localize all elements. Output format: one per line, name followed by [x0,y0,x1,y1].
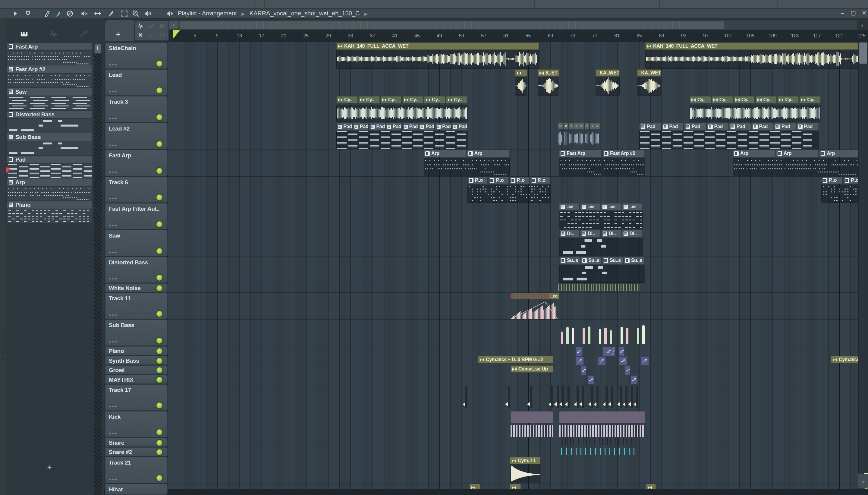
playback-tool-icon[interactable] [144,10,152,17]
track-header-distorted-bass[interactable]: Distorted Bass [105,257,168,283]
audio-clip-header[interactable]: Cy.. [777,96,799,103]
track-mute-led[interactable] [156,60,163,67]
track-options-dots[interactable] [109,278,117,279]
snap-magnet-icon[interactable] [24,10,32,17]
track-options-dots[interactable] [109,145,117,146]
automation-link-clip[interactable] [588,375,594,385]
maximize-button[interactable]: ▢ [848,9,858,17]
pattern-clip-header[interactable]: Pad [369,123,385,130]
minimize-button[interactable]: – [837,9,848,17]
pattern-clip-header[interactable]: ..w [601,203,622,210]
pattern-clip-header[interactable]: Di.. [580,230,601,237]
automation-link-clip[interactable] [603,347,615,356]
reversed-hit[interactable] [631,386,633,408]
reversed-hit[interactable] [606,386,608,408]
track-options-dots[interactable] [109,225,117,226]
pattern-clip-header[interactable]: Pad [729,123,751,130]
audio-clip-group[interactable]: Cy..Cy..Cy..Cy..Cy..Cy.. [336,96,468,122]
track-header-lead-2[interactable]: Lead #2 [105,123,168,149]
track-header-track-17[interactable]: Track 17 [105,385,168,411]
pattern-clip-header[interactable]: ..w [559,203,579,210]
slice-tool-icon[interactable] [107,10,115,17]
add-pattern-button[interactable]: + [44,463,55,472]
pattern-clip-header[interactable]: Pad [386,123,402,130]
dark-tick-row[interactable] [560,438,639,445]
reversed-hit[interactable] [611,386,613,408]
automation-link-clip[interactable] [640,356,649,365]
close-button[interactable]: ✕ [859,9,868,17]
pattern-panel-tab-automation[interactable] [76,29,90,39]
automation-link-clip[interactable] [625,366,630,375]
pattern-list-scrollbar[interactable] [94,43,102,495]
playlist-tool-curve-icon[interactable] [147,31,156,39]
audio-slice[interactable]: ⌲ [574,123,579,149]
pattern-clip-header[interactable]: Pad [353,123,369,130]
track-header-track-11[interactable]: Track 11 [105,293,168,319]
audio-hit[interactable] [561,331,563,344]
pattern-clip-header[interactable]: P..o [530,177,550,184]
track-header-synth-bass[interactable]: Synth Bass [105,356,168,365]
reversed-hit[interactable] [582,386,584,408]
pattern-clip-header[interactable]: Pad [435,123,451,130]
kick-audio-clip[interactable] [510,411,553,438]
vertical-scrollbar[interactable] [858,42,868,473]
track-mute-led[interactable] [156,140,163,148]
cymbal-audio-clip[interactable]: Cym..t 1 [510,457,540,483]
delete-tool-icon[interactable] [66,10,74,17]
track-header-growl[interactable]: Growl [105,365,168,374]
pattern-item-arp[interactable]: Arp [7,178,92,186]
chopped-audio-clip[interactable]: ⌲✕⌲⌲⌲⌲⌲⌲ [558,123,601,149]
pattern-item-sub-bass[interactable]: Sub Bass [7,133,92,141]
pattern-item-saw[interactable]: Saw [7,88,92,96]
pattern-clip-header[interactable]: Arp [819,150,862,157]
pattern-clip-group[interactable]: P..oP..oP..oP..o [467,177,551,203]
track-mute-led[interactable] [156,448,163,456]
track-mute-led[interactable] [156,274,163,281]
pattern-clip-header[interactable]: P..o [821,177,843,184]
track-mute-led[interactable] [156,114,163,121]
pattern-clip[interactable]: Fast Arp #2 [603,150,645,176]
paint-tool-icon[interactable] [54,10,62,17]
pattern-panel-tab-patterns[interactable] [17,29,31,39]
pattern-clip-header[interactable]: Pad [662,123,684,130]
pattern-clip-group[interactable]: Di..Di..Di..Di.. [559,230,643,256]
pattern-clip-header[interactable]: Su..s [624,257,644,264]
playlist-tool-piano-icon[interactable] [158,22,167,30]
pattern-clip-header[interactable]: Pad [752,123,774,130]
track-header-hihat[interactable]: Hihat [105,484,168,495]
track-mute-led[interactable] [156,439,163,446]
audio-clip-header[interactable]: Cy.. [402,96,424,103]
audio-hit[interactable] [583,328,585,344]
playlist-add-icon[interactable] [114,30,123,39]
audio-clip[interactable]: Cymatics – D..0 BPM G #2 [478,356,553,364]
audio-slice[interactable]: ⌲ [558,123,563,149]
pattern-clip-group[interactable]: ArpArp [424,150,510,176]
pattern-panel-tab-audio[interactable] [47,29,60,39]
pattern-clip-header[interactable]: Di.. [622,230,642,237]
audio-hit[interactable] [588,326,590,344]
track-options-dots[interactable] [109,433,117,434]
audio-clip[interactable] [515,69,527,96]
pattern-clip-header[interactable]: Pad [419,123,435,130]
track-mute-led[interactable] [156,366,163,374]
pattern-clip-header[interactable]: Arp [467,150,509,157]
audio-hit[interactable] [621,327,623,344]
mute-tool-icon[interactable] [81,10,88,17]
track-options-dots[interactable] [109,479,117,480]
audio-clip-header[interactable]: Cy.. [690,96,711,103]
reversed-hit[interactable] [636,386,638,408]
pattern-item-distorted-bass[interactable]: Distorted Bass [7,110,92,118]
reversed-hit[interactable] [591,386,593,408]
audio-clip-header[interactable]: Cy.. [380,96,402,103]
pattern-clip-header[interactable]: Pad [336,123,352,130]
automation-link-clip[interactable] [619,347,624,356]
track-header-kick[interactable]: Kick [105,411,168,438]
audio-hit[interactable] [604,328,607,344]
reversed-hit[interactable] [620,386,622,408]
audio-clip-header[interactable]: Cy.. [336,96,358,103]
audio-clip[interactable]: KA..WET [637,69,661,96]
scroll-down-button[interactable]: ⌄ [858,474,868,488]
audio-clip[interactable]: Cymat..se Up [510,365,553,373]
playlist-tool-link-icon[interactable] [147,22,156,30]
track-header-white-noise[interactable]: White Noise [105,284,168,292]
